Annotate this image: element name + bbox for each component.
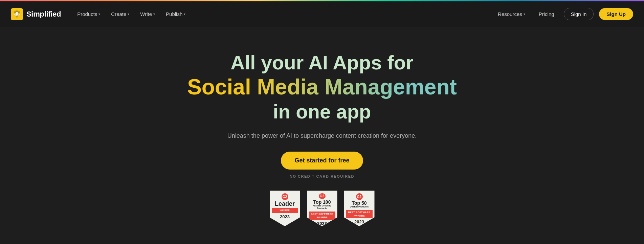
nav-item-pricing[interactable]: Pricing (535, 8, 558, 20)
navbar: Simplified Products ▾ Create ▾ Write ▾ P… (0, 1, 644, 27)
badge-top50-red-bar: BEST SOFTWARE AWARDS (346, 210, 373, 219)
badge-top100-year: 2023 (317, 221, 327, 226)
badge-leader: G2 Leader WINTER 2023 (270, 191, 300, 226)
hero-title-line3: in one app (273, 101, 371, 123)
hero-subtitle: Unleash the power of AI to supercharge c… (227, 132, 417, 139)
badge-leader-subtitle: WINTER (273, 209, 297, 212)
no-credit-card-label: NO CREDIT CARD REQUIRED (290, 174, 354, 178)
badge-top50-title: Top 50 (352, 201, 367, 205)
nav-item-write[interactable]: Write ▾ (136, 8, 159, 20)
badge-top100: G2 Top 100 Fastest Growing Products BEST… (307, 191, 337, 226)
badge-leader-red-bar: WINTER (272, 208, 298, 213)
badge-top50-subtitle: BEST SOFTWARE AWARDS (348, 211, 371, 218)
logo-text: Simplified (26, 10, 61, 19)
badge-top50: G2 Top 50 Design Products BEST SOFTWARE … (344, 191, 375, 226)
hero-title-line1: All your AI Apps for (230, 51, 413, 74)
nav-item-publish[interactable]: Publish ▾ (162, 8, 190, 20)
chevron-down-icon: ▾ (184, 12, 185, 16)
hero-title-line2: Social Media Management (187, 75, 457, 99)
badge-top50-category: Design Products (350, 205, 369, 208)
g2-logo-icon: G2 (282, 193, 288, 200)
navbar-right: Resources ▾ Pricing Sign In Sign Up (494, 8, 633, 20)
cta-get-started-button[interactable]: Get started for free (281, 152, 363, 170)
chevron-down-icon: ▾ (98, 12, 100, 16)
chevron-down-icon: ▾ (153, 12, 155, 16)
logo[interactable]: Simplified (11, 8, 61, 20)
nav-item-products[interactable]: Products ▾ (73, 8, 104, 20)
logo-icon (11, 8, 23, 20)
badge-top100-title: Top 100 (313, 200, 331, 204)
badges-container: G2 Leader WINTER 2023 G2 Top 100 Fastest… (270, 191, 375, 226)
nav-item-create[interactable]: Create ▾ (107, 8, 133, 20)
g2-logo-icon: G2 (319, 193, 326, 199)
chevron-down-icon: ▾ (524, 12, 525, 16)
sign-in-button[interactable]: Sign In (564, 8, 594, 20)
chevron-down-icon: ▾ (128, 12, 129, 16)
nav-item-resources[interactable]: Resources ▾ (494, 8, 529, 20)
hero-section: All your AI Apps for Social Media Manage… (0, 27, 644, 244)
sign-up-button[interactable]: Sign Up (599, 8, 633, 20)
badge-leader-title: Leader (275, 201, 295, 207)
g2-logo-icon: G2 (356, 193, 363, 200)
badge-top100-subtitle: BEST SOFTWARE AWARDS (310, 213, 334, 219)
navbar-left: Simplified Products ▾ Create ▾ Write ▾ P… (11, 8, 190, 20)
badge-top50-year: 2023 (354, 219, 364, 224)
badge-top100-red-bar: BEST SOFTWARE AWARDS (309, 212, 335, 220)
badge-top100-category: Fastest Growing Products (309, 204, 335, 210)
nav-items-left: Products ▾ Create ▾ Write ▾ Publish ▾ (73, 8, 190, 20)
badge-leader-year: 2023 (280, 214, 290, 219)
